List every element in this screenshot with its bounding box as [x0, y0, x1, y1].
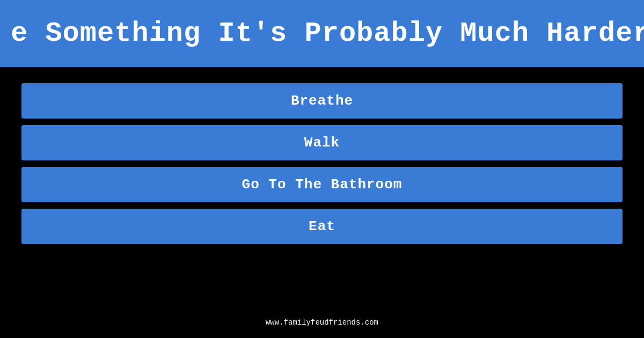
answer-btn-eat[interactable]: Eat — [21, 209, 623, 244]
footer: www.familyfeudfriends.com — [0, 318, 644, 327]
header-bar: e Something It's Probably Much Harder To… — [0, 0, 644, 67]
answers-container: Breathe Walk Go To The Bathroom Eat — [0, 67, 644, 260]
answer-btn-breathe[interactable]: Breathe — [21, 83, 623, 119]
answer-btn-walk[interactable]: Walk — [21, 125, 623, 160]
answer-btn-bathroom[interactable]: Go To The Bathroom — [21, 167, 623, 202]
footer-url: www.familyfeudfriends.com — [266, 318, 378, 327]
header-text: e Something It's Probably Much Harder To… — [0, 18, 644, 49]
